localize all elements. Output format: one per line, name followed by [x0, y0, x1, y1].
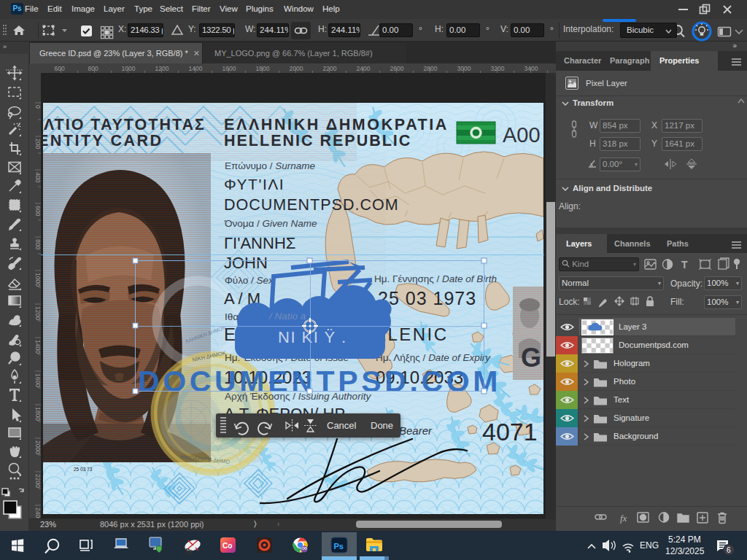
svg-text:ΦΥΤ'ΙΛΙ: ΦΥΤ'ΙΛΙ [224, 176, 285, 192]
svg-text:1600: 1600 [222, 65, 236, 72]
svg-text:HELLENIC REPUBLIC: HELLENIC REPUBLIC [224, 132, 411, 149]
svg-text:ΓΙ'ΑΝΝΗΣ: ΓΙ'ΑΝΝΗΣ [224, 234, 295, 252]
svg-text:°: ° [419, 26, 422, 36]
svg-text:0: 0 [34, 105, 41, 109]
svg-text:2400: 2400 [34, 508, 41, 518]
svg-text:°: ° [486, 26, 489, 36]
svg-text:Done: Done [371, 420, 393, 431]
svg-text:6: 6 [727, 546, 731, 554]
svg-text:400: 400 [34, 172, 41, 182]
svg-text:ENTITY CARD: ENTITY CARD [43, 132, 163, 149]
svg-text:3400: 3400 [525, 65, 538, 72]
svg-text:1800: 1800 [256, 65, 270, 72]
svg-text:1000: 1000 [34, 273, 41, 287]
svg-text:600: 600 [34, 206, 41, 216]
svg-text:1200: 1200 [155, 65, 169, 72]
svg-text:1000: 1000 [122, 65, 136, 72]
svg-text:1400: 1400 [34, 340, 41, 354]
svg-text:200: 200 [34, 139, 41, 149]
svg-text:1400: 1400 [189, 65, 203, 72]
svg-text:5:24 PM: 5:24 PM [668, 534, 701, 545]
svg-text:2800: 2800 [424, 65, 438, 72]
svg-text:25 03 73: 25 03 73 [74, 467, 93, 472]
svg-text:Ps: Ps [334, 542, 344, 551]
svg-text:Co: Co [222, 542, 232, 550]
svg-text:ΕΛΛΗΝΙΚΗ ΔΗΜΟΚΡΑΤΙΑ: ΕΛΛΗΝΙΚΗ ΔΗΜΟΚΡΑΤΙΑ [224, 116, 449, 133]
svg-text:ΛΤΙΟ ΤΑΥΤΟΤΗΤΑΣ: ΛΤΙΟ ΤΑΥΤΟΤΗΤΑΣ [44, 116, 206, 133]
svg-text:2400: 2400 [357, 65, 371, 72]
svg-text:12/3/2025: 12/3/2025 [665, 546, 705, 556]
svg-text:600: 600 [55, 65, 65, 72]
svg-text:1600: 1600 [34, 373, 41, 387]
svg-text:800: 800 [34, 239, 41, 249]
svg-text:Όνομα / Given Name: Όνομα / Given Name [224, 218, 317, 229]
svg-text:°: ° [550, 26, 554, 36]
svg-text:2200: 2200 [323, 65, 337, 72]
svg-text:G: G [521, 343, 541, 373]
svg-text:Επώνυμο / Surname: Επώνυμο / Surname [225, 160, 315, 171]
svg-text:A00: A00 [503, 123, 541, 147]
svg-text:3000: 3000 [457, 65, 471, 72]
svg-text:fx: fx [620, 513, 627, 524]
svg-text:1800: 1800 [34, 407, 41, 421]
svg-text:ENG: ENG [640, 540, 659, 551]
svg-text:Cancel: Cancel [327, 420, 357, 431]
svg-text:T: T [681, 259, 688, 271]
svg-text:2600: 2600 [390, 65, 404, 72]
svg-text:1200: 1200 [34, 306, 41, 320]
svg-text:2000: 2000 [34, 440, 41, 454]
svg-text:DOCUMENTPSD.COM: DOCUMENTPSD.COM [224, 196, 399, 214]
svg-text:Bearer: Bearer [399, 424, 433, 437]
svg-text:2200: 2200 [34, 474, 41, 488]
svg-text:4071: 4071 [482, 418, 538, 446]
svg-text:2000: 2000 [290, 65, 303, 72]
svg-text:3200: 3200 [491, 65, 505, 72]
svg-text:800: 800 [88, 65, 98, 72]
